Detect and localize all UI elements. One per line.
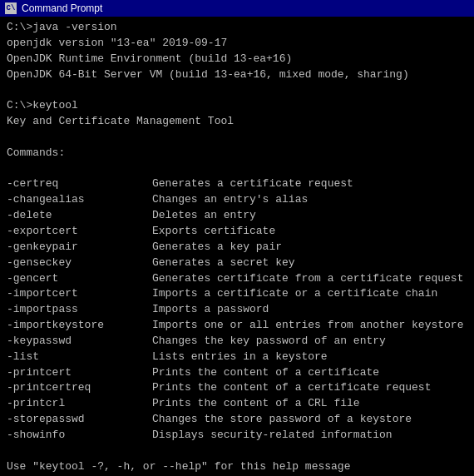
terminal-icon: C\: [5, 2, 17, 14]
cmd-desc-9: Imports one or all entries from another …: [152, 318, 463, 334]
commands-header: Commands:: [7, 146, 467, 161]
cmd-name-10: -keypasswd: [7, 334, 152, 350]
cmd-name-6: -gencert: [7, 271, 152, 287]
table-row: -importkeystore Imports one or all entri…: [7, 318, 467, 334]
blank-line-3: [7, 161, 467, 177]
table-row: -keypasswd Changes the key password of a…: [7, 334, 467, 350]
cmd-name-0: -certreq: [7, 176, 152, 192]
openjdk-version: openjdk version "13-ea" 2019-09-17: [7, 36, 467, 52]
table-row: -showinfo Displays security-related info…: [7, 428, 467, 444]
cmd-name-12: -printcert: [7, 365, 152, 381]
blank-line-1: [7, 82, 467, 98]
cmd-desc-12: Prints the content of a certificate: [152, 365, 379, 381]
terminal-body: C:\>java -version openjdk version "13-ea…: [0, 17, 474, 476]
cmd-desc-3: Exports certificate: [152, 224, 275, 240]
table-row: -changealias Changes an entry's alias: [7, 192, 467, 208]
openjdk-vm: OpenJDK 64-Bit Server VM (build 13-ea+16…: [7, 67, 467, 83]
cmd-name-7: -importcert: [7, 286, 152, 302]
table-row: -list Lists entries in a keystore: [7, 350, 467, 365]
cmd-desc-7: Imports a certificate or a certificate c…: [152, 286, 437, 302]
cmd-name-8: -importpass: [7, 302, 152, 318]
cmd-name-4: -genkeypair: [7, 240, 152, 255]
keytool-command: C:\>keytool: [7, 98, 467, 114]
title-bar-text: Command Prompt: [22, 2, 102, 14]
table-row: -storepasswd Changes the store password …: [7, 412, 467, 428]
table-row: -gencert Generates certificate from a ce…: [7, 271, 467, 287]
cmd-name-3: -exportcert: [7, 224, 152, 240]
table-row: -genseckey Generates a secret key: [7, 255, 467, 271]
table-row: -printcertreq Prints the content of a ce…: [7, 380, 467, 396]
title-bar: C\ Command Prompt: [0, 0, 474, 17]
cmd-name-9: -importkeystore: [7, 318, 152, 334]
cmd-desc-10: Changes the key password of an entry: [152, 334, 386, 350]
cmd-name-1: -changealias: [7, 192, 152, 208]
table-row: -importpass Imports a password: [7, 302, 467, 318]
openjdk-runtime: OpenJDK Runtime Environment (build 13-ea…: [7, 52, 467, 67]
cmd-desc-11: Lists entries in a keystore: [152, 350, 328, 365]
table-row: -certreq Generates a certificate request: [7, 176, 467, 192]
cmd-desc-0: Generates a certificate request: [152, 176, 353, 192]
cmd-desc-15: Changes the store password of a keystore: [152, 412, 412, 428]
table-row: -printcrl Prints the content of a CRL fi…: [7, 396, 467, 412]
cmd-name-5: -genseckey: [7, 255, 152, 271]
table-row: -delete Deletes an entry: [7, 208, 467, 224]
cmd-desc-1: Changes an entry's alias: [152, 192, 308, 208]
commands-table: -certreq Generates a certificate request…: [7, 176, 467, 443]
cmd-desc-13: Prints the content of a certificate requ…: [152, 380, 431, 396]
table-row: -printcert Prints the content of a certi…: [7, 365, 467, 381]
table-row: -genkeypair Generates a key pair: [7, 240, 467, 255]
cmd-desc-5: Generates a secret key: [152, 255, 295, 271]
cmd-desc-4: Generates a key pair: [152, 240, 282, 255]
java-command: C:\>java -version: [7, 20, 467, 36]
cmd-name-14: -printcrl: [7, 396, 152, 412]
cmd-name-2: -delete: [7, 208, 152, 224]
cmd-desc-6: Generates certificate from a certificate…: [152, 271, 463, 287]
cmd-name-16: -showinfo: [7, 428, 152, 444]
cmd-name-11: -list: [7, 350, 152, 365]
blank-line-2: [7, 130, 467, 146]
cmd-name-15: -storepasswd: [7, 412, 152, 428]
blank-line-4: [7, 444, 467, 459]
cmd-desc-2: Deletes an entry: [152, 208, 256, 224]
cmd-desc-16: Displays security-related information: [152, 428, 393, 444]
cmd-desc-14: Prints the content of a CRL file: [152, 396, 360, 412]
cmd-name-13: -printcertreq: [7, 380, 152, 396]
table-row: -exportcert Exports certificate: [7, 224, 467, 240]
keytool-description: Key and Certificate Management Tool: [7, 114, 467, 130]
table-row: -importcert Imports a certificate or a c…: [7, 286, 467, 302]
cmd-desc-8: Imports a password: [152, 302, 269, 318]
help-line-1: Use "keytool -?, -h, or --help" for this…: [7, 459, 467, 475]
